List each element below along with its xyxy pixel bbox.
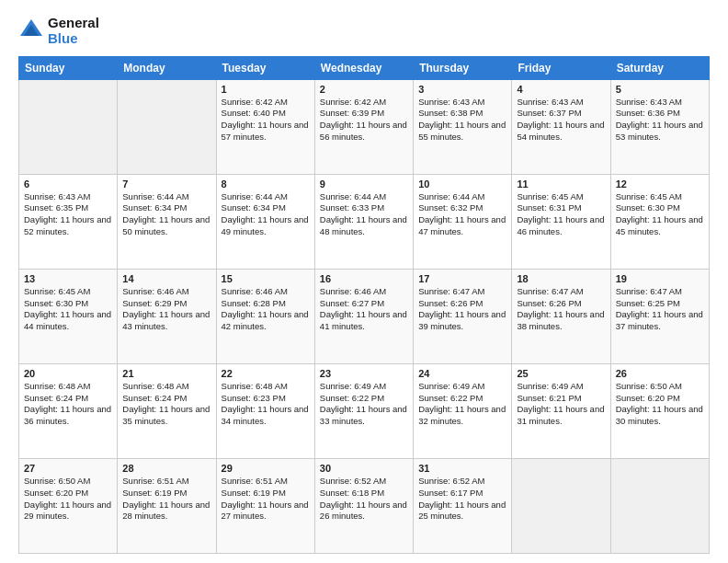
calendar-cell: 30Sunrise: 6:52 AM Sunset: 6:18 PM Dayli… [314,458,413,553]
day-info: Sunrise: 6:47 AM Sunset: 6:25 PM Dayligh… [616,286,704,333]
day-number: 27 [24,463,112,474]
header-day-sunday: Sunday [19,56,118,79]
day-info: Sunrise: 6:49 AM Sunset: 6:21 PM Dayligh… [517,381,605,428]
calendar-week-4: 20Sunrise: 6:48 AM Sunset: 6:24 PM Dayli… [19,363,710,458]
calendar-cell: 14Sunrise: 6:46 AM Sunset: 6:29 PM Dayli… [118,269,216,363]
day-info: Sunrise: 6:52 AM Sunset: 6:17 PM Dayligh… [418,476,506,523]
day-info: Sunrise: 6:44 AM Sunset: 6:34 PM Dayligh… [122,191,210,238]
logo-text: General Blue [48,15,99,47]
header-day-saturday: Saturday [610,56,709,79]
day-number: 16 [320,273,408,284]
calendar-cell: 15Sunrise: 6:46 AM Sunset: 6:28 PM Dayli… [216,269,314,363]
day-number: 11 [517,178,605,190]
day-info: Sunrise: 6:44 AM Sunset: 6:33 PM Dayligh… [320,191,408,238]
day-info: Sunrise: 6:43 AM Sunset: 6:38 PM Dayligh… [418,97,506,144]
day-info: Sunrise: 6:42 AM Sunset: 6:40 PM Dayligh… [222,97,310,144]
calendar-cell: 25Sunrise: 6:49 AM Sunset: 6:21 PM Dayli… [512,363,610,458]
calendar-cell: 8Sunrise: 6:44 AM Sunset: 6:34 PM Daylig… [216,174,314,269]
day-info: Sunrise: 6:50 AM Sunset: 6:20 PM Dayligh… [24,476,112,523]
day-number: 24 [418,368,506,379]
logo: General Blue [18,15,99,47]
day-number: 9 [320,178,408,190]
calendar-cell: 2Sunrise: 6:42 AM Sunset: 6:39 PM Daylig… [314,79,413,174]
day-number: 4 [517,84,605,95]
calendar-cell: 21Sunrise: 6:48 AM Sunset: 6:24 PM Dayli… [118,363,216,458]
calendar-cell: 22Sunrise: 6:48 AM Sunset: 6:23 PM Dayli… [216,363,314,458]
calendar-cell: 20Sunrise: 6:48 AM Sunset: 6:24 PM Dayli… [19,363,118,458]
day-number: 20 [24,368,112,379]
day-number: 10 [418,178,506,190]
header-day-thursday: Thursday [414,56,512,79]
calendar-cell [118,79,216,174]
day-number: 30 [320,463,408,474]
calendar-week-1: 1Sunrise: 6:42 AM Sunset: 6:40 PM Daylig… [19,79,710,174]
day-info: Sunrise: 6:43 AM Sunset: 6:37 PM Dayligh… [517,97,605,144]
day-info: Sunrise: 6:45 AM Sunset: 6:30 PM Dayligh… [616,191,704,238]
calendar-table: SundayMondayTuesdayWednesdayThursdayFrid… [18,56,710,555]
day-info: Sunrise: 6:51 AM Sunset: 6:19 PM Dayligh… [122,476,210,523]
day-number: 8 [222,178,310,190]
day-info: Sunrise: 6:50 AM Sunset: 6:20 PM Dayligh… [616,381,704,428]
calendar-week-3: 13Sunrise: 6:45 AM Sunset: 6:30 PM Dayli… [19,269,710,363]
day-info: Sunrise: 6:52 AM Sunset: 6:18 PM Dayligh… [320,476,408,523]
day-info: Sunrise: 6:43 AM Sunset: 6:36 PM Dayligh… [616,97,704,144]
calendar-cell: 24Sunrise: 6:49 AM Sunset: 6:22 PM Dayli… [414,363,512,458]
calendar-cell: 27Sunrise: 6:50 AM Sunset: 6:20 PM Dayli… [19,458,118,553]
calendar-cell: 16Sunrise: 6:46 AM Sunset: 6:27 PM Dayli… [314,269,413,363]
day-number: 22 [222,368,310,379]
day-number: 21 [122,368,210,379]
day-info: Sunrise: 6:46 AM Sunset: 6:29 PM Dayligh… [122,286,210,333]
day-info: Sunrise: 6:46 AM Sunset: 6:28 PM Dayligh… [222,286,310,333]
calendar-cell: 5Sunrise: 6:43 AM Sunset: 6:36 PM Daylig… [610,79,709,174]
calendar-cell: 31Sunrise: 6:52 AM Sunset: 6:17 PM Dayli… [414,458,512,553]
calendar-cell [512,458,610,553]
day-number: 15 [222,273,310,284]
day-number: 25 [517,368,605,379]
calendar-header-row: SundayMondayTuesdayWednesdayThursdayFrid… [19,56,710,79]
day-number: 14 [122,273,210,284]
day-info: Sunrise: 6:48 AM Sunset: 6:24 PM Dayligh… [24,381,112,428]
calendar-cell: 6Sunrise: 6:43 AM Sunset: 6:35 PM Daylig… [19,174,118,269]
header-day-tuesday: Tuesday [216,56,314,79]
day-number: 12 [616,178,704,190]
calendar-cell: 3Sunrise: 6:43 AM Sunset: 6:38 PM Daylig… [414,79,512,174]
calendar-cell: 29Sunrise: 6:51 AM Sunset: 6:19 PM Dayli… [216,458,314,553]
day-number: 29 [222,463,310,474]
calendar-week-5: 27Sunrise: 6:50 AM Sunset: 6:20 PM Dayli… [19,458,710,553]
day-number: 3 [418,84,506,95]
day-info: Sunrise: 6:48 AM Sunset: 6:24 PM Dayligh… [122,381,210,428]
day-info: Sunrise: 6:45 AM Sunset: 6:30 PM Dayligh… [24,286,112,333]
day-info: Sunrise: 6:46 AM Sunset: 6:27 PM Dayligh… [320,286,408,333]
calendar-cell: 1Sunrise: 6:42 AM Sunset: 6:40 PM Daylig… [216,79,314,174]
day-number: 28 [122,463,210,474]
day-number: 7 [122,178,210,190]
calendar-cell: 26Sunrise: 6:50 AM Sunset: 6:20 PM Dayli… [610,363,709,458]
day-info: Sunrise: 6:42 AM Sunset: 6:39 PM Dayligh… [320,97,408,144]
calendar-cell [19,79,118,174]
calendar-cell: 11Sunrise: 6:45 AM Sunset: 6:31 PM Dayli… [512,174,610,269]
day-number: 17 [418,273,506,284]
day-info: Sunrise: 6:44 AM Sunset: 6:32 PM Dayligh… [418,191,506,238]
calendar-cell: 23Sunrise: 6:49 AM Sunset: 6:22 PM Dayli… [314,363,413,458]
day-number: 5 [616,84,704,95]
calendar-cell [610,458,709,553]
calendar-cell: 10Sunrise: 6:44 AM Sunset: 6:32 PM Dayli… [414,174,512,269]
calendar-cell: 19Sunrise: 6:47 AM Sunset: 6:25 PM Dayli… [610,269,709,363]
day-number: 2 [320,84,408,95]
day-number: 13 [24,273,112,284]
calendar-week-2: 6Sunrise: 6:43 AM Sunset: 6:35 PM Daylig… [19,174,710,269]
day-info: Sunrise: 6:47 AM Sunset: 6:26 PM Dayligh… [517,286,605,333]
day-number: 18 [517,273,605,284]
day-info: Sunrise: 6:47 AM Sunset: 6:26 PM Dayligh… [418,286,506,333]
calendar-cell: 4Sunrise: 6:43 AM Sunset: 6:37 PM Daylig… [512,79,610,174]
header-day-monday: Monday [118,56,216,79]
day-info: Sunrise: 6:48 AM Sunset: 6:23 PM Dayligh… [222,381,310,428]
calendar-cell: 18Sunrise: 6:47 AM Sunset: 6:26 PM Dayli… [512,269,610,363]
day-info: Sunrise: 6:49 AM Sunset: 6:22 PM Dayligh… [320,381,408,428]
day-number: 31 [418,463,506,474]
calendar-cell: 9Sunrise: 6:44 AM Sunset: 6:33 PM Daylig… [314,174,413,269]
day-info: Sunrise: 6:45 AM Sunset: 6:31 PM Dayligh… [517,191,605,238]
day-number: 23 [320,368,408,379]
calendar-cell: 28Sunrise: 6:51 AM Sunset: 6:19 PM Dayli… [118,458,216,553]
calendar-cell: 7Sunrise: 6:44 AM Sunset: 6:34 PM Daylig… [118,174,216,269]
